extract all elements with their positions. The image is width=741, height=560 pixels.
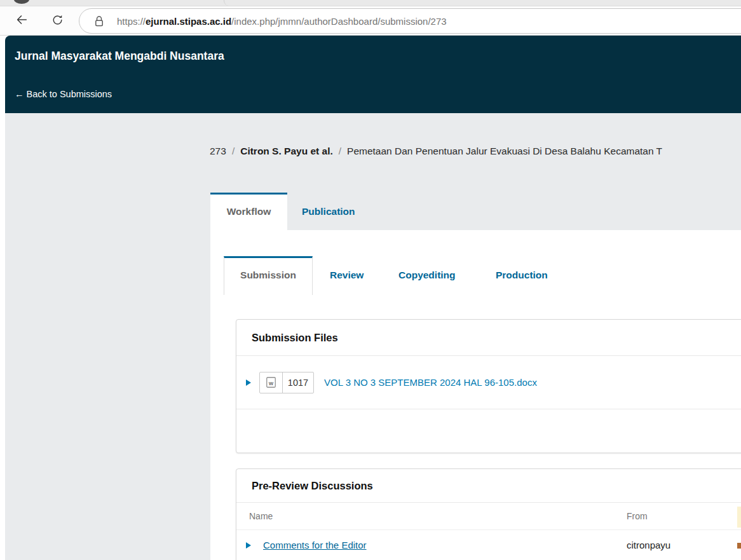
discussion-from-user: citronpayu [627, 540, 670, 550]
discussion-name-link[interactable]: Comments for the Editor [263, 540, 367, 550]
refresh-icon [51, 13, 64, 29]
clipped-content-sliver [737, 507, 741, 528]
submission-files-title: Submission Files [236, 320, 741, 356]
discussions-title: Pre-Review Discussions [236, 469, 741, 503]
site-header: Jurnal Masyarakat Mengabdi Nusantara ← B… [5, 36, 741, 113]
breadcrumb-submission-id: 273 [210, 146, 226, 156]
tab-edge-divider [224, 0, 230, 6]
url-path: /index.php/jmmn/authorDashboard/submissi… [231, 16, 447, 27]
browser-tab-strip [0, 0, 741, 6]
pre-review-discussions-panel: Pre-Review Discussions Name From Comment… [236, 468, 741, 560]
tab-favicon-partial [14, 0, 29, 4]
column-header-from: From [627, 511, 648, 521]
discussions-table-header: Name From [236, 503, 741, 530]
browser-back-button[interactable] [11, 10, 32, 32]
tab-review[interactable]: Review [330, 256, 364, 294]
file-badge: w 1017 [259, 372, 314, 393]
back-to-submissions-link[interactable]: ← Back to Submissions [15, 89, 112, 99]
breadcrumb-separator: / [232, 146, 235, 156]
breadcrumb-separator: / [339, 146, 341, 156]
column-header-name: Name [249, 511, 273, 521]
file-row: w 1017 VOL 3 NO 3 SEPTEMBER 2024 HAL 96-… [236, 356, 741, 409]
file-name-link[interactable]: VOL 3 NO 3 SEPTEMBER 2024 HAL 96-105.doc… [324, 377, 537, 388]
tab-production[interactable]: Production [496, 256, 548, 294]
discussion-row: Comments for the Editor citronpayu [236, 530, 741, 560]
tab-copyediting[interactable]: Copyediting [398, 256, 456, 294]
url-domain: ejurnal.stipas.ac.id [146, 16, 231, 27]
breadcrumb: 273/Citron S. Payu et al./Pemetaan Dan P… [210, 146, 662, 157]
url-scheme: https:// [117, 16, 146, 27]
browser-toolbar: https://ejurnal.stipas.ac.id/index.php/j… [0, 6, 741, 36]
clipped-content-sliver [737, 543, 741, 549]
browser-refresh-button[interactable] [46, 10, 68, 32]
lock-icon[interactable] [94, 15, 104, 27]
expand-discussion-toggle-icon[interactable] [246, 542, 251, 549]
page-background: 273/Citron S. Payu et al./Pemetaan Dan P… [5, 113, 741, 560]
journal-title: Jurnal Masyarakat Mengabdi Nusantara [15, 50, 224, 63]
url-text: https://ejurnal.stipas.ac.id/index.php/j… [117, 16, 447, 27]
browser-window: https://ejurnal.stipas.ac.id/index.php/j… [0, 0, 741, 560]
expand-file-toggle-icon[interactable] [246, 379, 251, 386]
back-arrow-icon [15, 13, 29, 29]
breadcrumb-title: Pemetaan Dan Penentuan Jalur Evakuasi Di… [347, 146, 662, 156]
tab-submission[interactable]: Submission [224, 256, 313, 295]
word-file-icon: w [260, 372, 283, 393]
tab-workflow[interactable]: Workflow [210, 193, 287, 230]
url-bar[interactable]: https://ejurnal.stipas.ac.id/index.php/j… [79, 8, 741, 34]
breadcrumb-authors: Citron S. Payu et al. [240, 146, 333, 156]
tab-publication[interactable]: Publication [302, 193, 355, 230]
svg-text:w: w [268, 380, 274, 386]
submission-files-panel: Submission Files w 1017 VOL 3 NO 3 SEPTE… [236, 319, 741, 453]
file-id: 1017 [283, 372, 313, 393]
workflow-panel: Submission Review Copyediting Production… [210, 230, 741, 560]
